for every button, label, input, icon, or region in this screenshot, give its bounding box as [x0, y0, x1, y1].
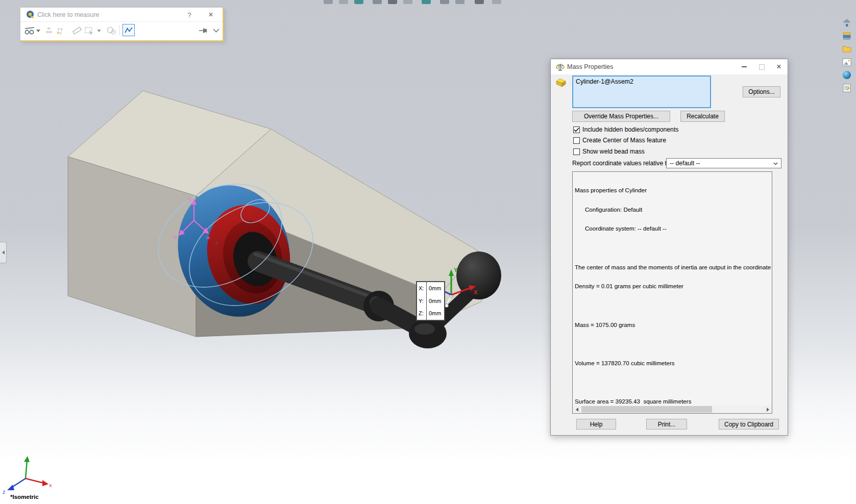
mass-scale-icon [556, 63, 565, 71]
toolbar-icon-partial[interactable] [455, 0, 464, 4]
view-palette-icon[interactable] [840, 56, 853, 68]
measure-title: Click here to measure [37, 11, 100, 18]
toolbar-icon-partial[interactable] [354, 0, 363, 4]
print-button[interactable]: Print... [646, 419, 687, 430]
axis-label-x: X [474, 289, 478, 295]
svg-text:x y: x y [58, 27, 63, 31]
calipers-icon[interactable] [23, 24, 36, 37]
axis-label-y: Y [454, 267, 458, 273]
tooltip-x-value: 0mm [429, 285, 441, 291]
file-explorer-icon[interactable] [840, 43, 853, 55]
maximize-icon [759, 64, 765, 70]
graph-icon[interactable] [123, 24, 135, 36]
panel-flyout-tab[interactable] [0, 242, 7, 263]
toolbar-icon-partial[interactable] [492, 0, 501, 4]
recalculate-button[interactable]: Recalculate [680, 111, 725, 122]
scroll-right-arrow[interactable] [764, 406, 772, 413]
chevron-down-icon[interactable] [96, 24, 102, 37]
maximize-button[interactable] [753, 59, 770, 74]
scroll-left-arrow[interactable] [573, 406, 581, 413]
coordinate-system-dropdown[interactable]: -- default -- [666, 158, 781, 168]
override-mass-properties-button[interactable]: Override Mass Properties... [572, 111, 670, 122]
part-icon [555, 77, 567, 88]
dialog-title: Mass Properties [567, 63, 613, 70]
tooltip-y-value: 0mm [429, 298, 441, 304]
tooltip-z-label: Z: [419, 310, 424, 316]
checkbox-show-weld-bead[interactable]: Show weld bead mass [573, 147, 645, 156]
options-button[interactable]: Options... [743, 86, 780, 97]
copy-to-clipboard-button[interactable]: Copy to Clipboard [719, 419, 779, 430]
mini-axis-label-z: Z [3, 490, 5, 495]
checkbox-box[interactable] [573, 127, 580, 133]
tooltip-z-value: 0mm [429, 310, 441, 316]
help-button[interactable]: Help [576, 419, 616, 430]
solidworks-resources-icon[interactable] [840, 16, 853, 29]
toolbar-icon-partial[interactable] [475, 0, 484, 4]
toolbar-separator [119, 25, 120, 35]
close-icon[interactable]: × [205, 10, 216, 20]
measure-history-icon[interactable] [105, 24, 117, 37]
selection-filter-icon[interactable] [84, 24, 95, 37]
checkbox-box[interactable] [573, 148, 580, 155]
axis-label-iy: Iy [188, 196, 192, 201]
axis-label-iz: Iz [174, 235, 178, 240]
toolbar-icon-partial[interactable] [388, 0, 397, 4]
units-inmm-icon[interactable]: inmm [44, 24, 54, 37]
chevron-left-icon [2, 250, 5, 255]
dialog-titlebar[interactable]: Mass Properties × [551, 59, 788, 74]
selection-item[interactable]: Cylinder-1@Assem2 [576, 78, 633, 85]
chevron-down-icon[interactable] [211, 24, 221, 37]
measure-titlebar[interactable]: Click here to measure ? × [20, 8, 223, 22]
tooltip-y-label: Y: [419, 298, 424, 304]
top-toolbar-partial [324, 0, 518, 6]
chevron-down-icon [773, 162, 778, 165]
view-orientation-label: *Isometric [10, 494, 39, 500]
coordinate-tooltip: X: 0mm Y: 0mm Z: 0mm [416, 281, 445, 321]
selection-list[interactable]: Cylinder-1@Assem2 [572, 75, 711, 108]
pin-icon[interactable] [198, 24, 209, 37]
reference-triad: X Z [3, 456, 52, 495]
toolbar-icon-partial[interactable] [339, 0, 348, 4]
mass-report-text[interactable]: Mass properties of Cylinder Configuratio… [572, 171, 772, 414]
chevron-down-icon[interactable] [36, 24, 41, 37]
checkbox-include-hidden[interactable]: Include hidden bodies/components [573, 125, 678, 134]
toolbar-icon-partial[interactable] [324, 0, 333, 4]
close-button[interactable]: × [770, 59, 788, 74]
design-library-icon[interactable] [840, 30, 853, 42]
svg-text:z: z [60, 31, 62, 35]
report-horizontal-scrollbar[interactable] [573, 406, 772, 413]
close-icon: × [776, 62, 781, 71]
toolbar-icon-partial[interactable] [373, 0, 382, 4]
crank-knob [456, 251, 501, 299]
point-xyz-icon[interactable]: x y z [55, 24, 66, 37]
appearances-scenes-icon[interactable] [840, 69, 853, 81]
toolbar-icon-partial[interactable] [422, 0, 431, 4]
measure-ruler-icon[interactable] [70, 24, 83, 37]
mass-properties-dialog[interactable]: Mass Properties × Cylinder-1@Assem2 Opti… [550, 59, 788, 436]
mini-axis-label-x: X [49, 483, 52, 488]
scrollbar-thumb[interactable] [581, 406, 712, 413]
measure-window[interactable]: Click here to measure ? × inmm x y z [20, 7, 223, 41]
custom-properties-icon[interactable] [840, 82, 853, 94]
checkbox-box[interactable] [573, 137, 580, 144]
minimize-button[interactable] [736, 59, 753, 74]
measure-tape-icon [26, 10, 35, 19]
tooltip-x-label: X: [419, 285, 424, 291]
axis-label-ix: Ix [206, 235, 210, 240]
checkbox-create-com-feature[interactable]: Create Center of Mass feature [573, 136, 666, 144]
toolbar-icon-partial[interactable] [403, 0, 412, 4]
help-icon[interactable]: ? [185, 10, 194, 19]
report-relative-label: Report coordinate values relative to: [572, 160, 672, 167]
minimize-icon [742, 66, 747, 67]
toolbar-icon-partial[interactable] [440, 0, 449, 4]
app-root: Iy Iz Ix Y X X Z [0, 0, 856, 504]
